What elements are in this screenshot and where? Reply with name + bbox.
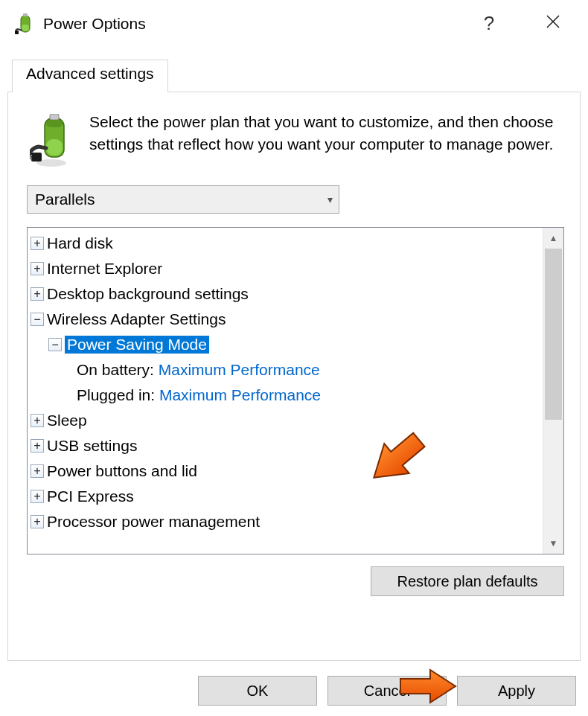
expand-icon[interactable] xyxy=(31,439,44,453)
on-battery-value[interactable]: Maximum Performance xyxy=(159,361,320,379)
collapse-icon[interactable] xyxy=(31,313,44,326)
battery-plug-icon xyxy=(30,114,73,167)
tree-node-internet-explorer[interactable]: Internet Explorer xyxy=(29,256,541,281)
tree-node-wireless-adapter[interactable]: Wireless Adapter Settings xyxy=(29,307,541,332)
tree-node-pci-express[interactable]: PCI Express xyxy=(29,484,541,509)
power-plan-dropdown[interactable]: Parallels ▾ xyxy=(27,185,339,214)
power-options-dialog: PCrisk.com Power Options ? Advanced sett… xyxy=(0,0,588,716)
tree-node-power-buttons-and-lid[interactable]: Power buttons and lid xyxy=(29,458,541,484)
tree-node-usb-settings[interactable]: USB settings xyxy=(29,433,541,458)
svg-rect-7 xyxy=(46,139,63,156)
titlebar: Power Options ? xyxy=(0,0,588,45)
help-button[interactable]: ? xyxy=(478,12,500,35)
apply-button[interactable]: Apply xyxy=(457,676,576,706)
power-options-icon xyxy=(13,13,36,35)
description-text: Select the power plan that you want to c… xyxy=(89,111,564,167)
expand-icon[interactable] xyxy=(31,262,44,275)
svg-rect-8 xyxy=(46,120,63,127)
cancel-button[interactable]: Cancel xyxy=(327,676,447,706)
tree-node-sleep[interactable]: Sleep xyxy=(29,408,541,433)
svg-rect-9 xyxy=(31,153,42,162)
expand-icon[interactable] xyxy=(31,237,44,250)
tab-advanced-settings[interactable]: Advanced settings xyxy=(12,60,168,92)
svg-rect-2 xyxy=(22,25,29,31)
dialog-buttons: OK Cancel Apply xyxy=(0,676,588,706)
window-title: Power Options xyxy=(43,15,146,33)
selected-node-label: Power Saving Mode xyxy=(65,336,209,354)
tree-node-processor-power[interactable]: Processor power management xyxy=(29,509,541,534)
svg-rect-6 xyxy=(50,114,59,120)
scroll-thumb[interactable] xyxy=(545,249,562,420)
scroll-up-button[interactable]: ▲ xyxy=(543,228,563,249)
tree-scrollbar[interactable]: ▲ ▼ xyxy=(543,228,563,554)
tree-node-power-saving-mode[interactable]: Power Saving Mode xyxy=(29,332,541,357)
expand-icon[interactable] xyxy=(31,464,44,478)
restore-defaults-button[interactable]: Restore plan defaults xyxy=(371,566,564,596)
expand-icon[interactable] xyxy=(31,287,44,301)
tree-leaf-on-battery[interactable]: On battery: Maximum Performance xyxy=(29,357,541,383)
chevron-down-icon: ▾ xyxy=(327,194,333,205)
collapse-icon[interactable] xyxy=(48,338,62,351)
tab-panel: Select the power plan that you want to c… xyxy=(7,92,581,661)
tab-strip: Advanced settings xyxy=(7,60,581,92)
ok-button[interactable]: OK xyxy=(198,676,317,706)
svg-rect-10 xyxy=(30,155,32,156)
settings-tree: Hard disk Internet Explorer Desktop back… xyxy=(27,227,564,554)
expand-icon[interactable] xyxy=(31,414,44,427)
plugged-in-value[interactable]: Maximum Performance xyxy=(159,386,321,404)
svg-rect-3 xyxy=(15,31,19,34)
expand-icon[interactable] xyxy=(31,515,44,528)
expand-icon[interactable] xyxy=(31,490,44,503)
close-button[interactable] xyxy=(542,14,564,33)
svg-rect-11 xyxy=(30,158,32,159)
tree-leaf-plugged-in[interactable]: Plugged in: Maximum Performance xyxy=(29,383,541,408)
power-plan-selected: Parallels xyxy=(35,191,95,208)
tree-node-hard-disk[interactable]: Hard disk xyxy=(29,231,541,256)
svg-rect-1 xyxy=(23,13,28,16)
tree-node-desktop-background[interactable]: Desktop background settings xyxy=(29,281,541,307)
scroll-down-button[interactable]: ▼ xyxy=(543,533,563,554)
